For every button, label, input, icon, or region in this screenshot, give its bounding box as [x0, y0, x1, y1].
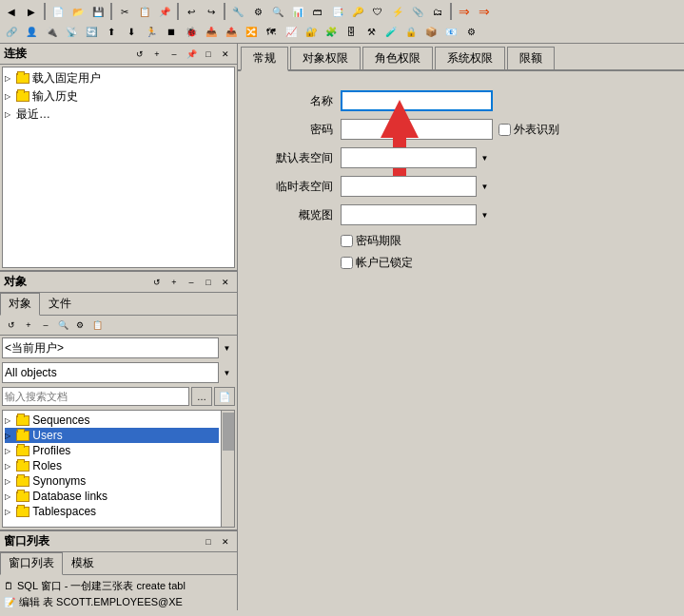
tb-btn-open[interactable]: 📂	[68, 2, 88, 21]
ext-label-checkbox[interactable]	[498, 124, 511, 136]
tb-btn-5[interactable]: 🔧	[228, 2, 247, 21]
tb-btn-undo[interactable]: ↩	[182, 2, 201, 21]
tab-file[interactable]: 文件	[40, 293, 80, 315]
r-tab-role-priv[interactable]: 角色权限	[362, 47, 433, 69]
tb-btn-conn10[interactable]: 🐞	[182, 22, 201, 41]
obj-tb-icon2[interactable]: ⚙	[72, 318, 88, 333]
tree-item-tablespaces[interactable]: ▷ Tablespaces	[5, 504, 219, 519]
tb-btn-conn12[interactable]: 📤	[222, 22, 241, 41]
tb-btn-conn9[interactable]: ⏹	[162, 22, 181, 41]
tb-btn-conn21[interactable]: 🔒	[401, 22, 420, 41]
tb-btn-conn7[interactable]: ⬇	[122, 22, 141, 41]
obj-icon-close[interactable]: ✕	[218, 275, 233, 290]
wl-tab-template[interactable]: 模板	[63, 552, 103, 574]
tb-btn-2[interactable]: ▶	[22, 2, 41, 21]
tb-btn-conn18[interactable]: 🗄	[342, 22, 361, 41]
tb-btn-conn6[interactable]: ⬆	[102, 22, 121, 41]
obj-tb-minus[interactable]: –	[38, 318, 53, 333]
default-ts-select[interactable]	[341, 147, 493, 168]
tb-btn-conn16[interactable]: 🔐	[302, 22, 321, 41]
tb-btn-conn15[interactable]: 📈	[282, 22, 301, 41]
object-tree[interactable]: ▷ Sequences ▷ Users ▷ Profiles	[2, 410, 235, 528]
tb-btn-12[interactable]: 🛡	[368, 2, 387, 21]
obj-icon-resize[interactable]: □	[201, 275, 216, 290]
r-tab-object-priv[interactable]: 对象权限	[290, 47, 361, 69]
tb-btn-conn17[interactable]: 🧩	[322, 22, 341, 41]
tb-btn-conn8[interactable]: 🏃	[142, 22, 161, 41]
tb-btn-conn19[interactable]: ⚒	[362, 22, 381, 41]
type-filter-select[interactable]: All objects	[2, 362, 235, 383]
r-tab-general[interactable]: 常规	[241, 47, 288, 71]
tb-btn-redo[interactable]: ↪	[202, 2, 221, 21]
tb-btn-conn3[interactable]: 🔌	[42, 22, 61, 41]
temp-ts-select[interactable]	[341, 176, 493, 197]
tb-btn-8[interactable]: 📊	[288, 2, 307, 21]
obj-tb-icon3[interactable]: 📋	[89, 318, 105, 333]
tb-btn-save[interactable]: 💾	[88, 2, 107, 21]
conn-icon-refresh[interactable]: ↺	[132, 47, 147, 62]
tb-btn-conn14[interactable]: 🗺	[262, 22, 281, 41]
tb-btn-10[interactable]: 📑	[328, 2, 347, 21]
conn-icon-pin[interactable]: 📌	[184, 47, 199, 62]
obj-tb-add[interactable]: +	[21, 318, 36, 333]
tb-btn-conn4[interactable]: 📡	[62, 22, 81, 41]
wl-icon-close[interactable]: ✕	[218, 534, 233, 549]
tb-btn-conn1[interactable]: 🔗	[2, 22, 21, 41]
tb-btn-11[interactable]: 🔑	[348, 2, 367, 21]
tb-btn-15[interactable]: 🗂	[428, 2, 447, 21]
wl-icon-resize[interactable]: □	[201, 534, 216, 549]
tb-btn-conn22[interactable]: 📦	[421, 22, 440, 41]
tree-item-dblinks[interactable]: ▷ Database links	[5, 489, 219, 504]
wl-item-sql[interactable]: 🗒 SQL 窗口 - 一创建三张表 create tabl	[4, 578, 233, 594]
connection-tree[interactable]: ▷ 载入固定用户 ▷ 输入历史 ▷ 最近…	[2, 67, 235, 268]
conn-icon-close[interactable]: ✕	[218, 47, 233, 62]
tb-btn-6[interactable]: ⚙	[248, 2, 267, 21]
search-extra-btn[interactable]: 📄	[214, 387, 235, 406]
tree-scrollbar[interactable]	[221, 411, 234, 527]
tree-item-profiles[interactable]: ▷ Profiles	[5, 443, 219, 458]
tree-item-load-users[interactable]: ▷ 载入固定用户	[5, 69, 232, 87]
tb-btn-conn11[interactable]: 📥	[202, 22, 221, 41]
obj-icon-add[interactable]: +	[166, 275, 182, 290]
obj-tb-refresh[interactable]: ↺	[4, 318, 19, 333]
tb-btn-conn20[interactable]: 🧪	[381, 22, 401, 41]
wl-item-edit[interactable]: 📝 编辑 表 SCOTT.EMPLOYEES@XE	[4, 594, 233, 610]
tb-btn-conn24[interactable]: ⚙	[461, 22, 480, 41]
r-tab-quota[interactable]: 限额	[507, 47, 555, 69]
profile-select[interactable]	[341, 204, 493, 225]
search-btn[interactable]: …	[191, 387, 212, 406]
tab-object[interactable]: 对象	[0, 293, 40, 316]
tree-item-synonyms[interactable]: ▷ Synonyms	[5, 473, 219, 489]
r-tab-sys-priv[interactable]: 系统权限	[435, 47, 505, 69]
tb-btn-conn2[interactable]: 👤	[22, 22, 41, 41]
tb-btn-1[interactable]: ◀	[2, 2, 21, 21]
tb-btn-copy[interactable]: 📋	[135, 2, 154, 21]
wl-tab-list[interactable]: 窗口列表	[0, 552, 63, 575]
tb-btn-conn5[interactable]: 🔄	[82, 22, 101, 41]
conn-icon-add[interactable]: +	[149, 47, 165, 62]
obj-icon-refresh[interactable]: ↺	[149, 275, 165, 290]
tree-item-roles[interactable]: ▷ Roles	[5, 458, 219, 473]
tb-btn-arrow-right[interactable]: ⇒	[455, 2, 474, 21]
tree-item-users[interactable]: ▷ Users	[5, 428, 219, 443]
tree-item-sequences[interactable]: ▷ Sequences	[5, 413, 219, 428]
account-locked-checkbox[interactable]	[341, 257, 353, 269]
tb-btn-arrow-right2[interactable]: ⇒	[475, 2, 494, 21]
tb-btn-7[interactable]: 🔍	[268, 2, 287, 21]
obj-icon-minus[interactable]: –	[184, 275, 199, 290]
tb-btn-new[interactable]: 📄	[49, 2, 68, 21]
search-input[interactable]	[2, 387, 189, 406]
password-expire-checkbox[interactable]	[341, 235, 353, 247]
tb-btn-14[interactable]: 📎	[408, 2, 427, 21]
user-filter-select[interactable]: <当前用户>	[2, 337, 235, 358]
tb-btn-conn23[interactable]: 📧	[441, 22, 460, 41]
conn-icon-resize[interactable]: □	[201, 47, 216, 62]
conn-icon-minus[interactable]: –	[166, 47, 182, 62]
tb-btn-13[interactable]: ⚡	[388, 2, 407, 21]
tb-btn-cut[interactable]: ✂	[115, 2, 134, 21]
tree-item-input-history[interactable]: ▷ 输入历史	[5, 87, 232, 106]
tree-item-recent[interactable]: ▷ 最近…	[5, 106, 232, 124]
tb-btn-9[interactable]: 🗃	[308, 2, 327, 21]
obj-tb-icon1[interactable]: 🔍	[55, 318, 70, 333]
tb-btn-conn13[interactable]: 🔀	[242, 22, 261, 41]
